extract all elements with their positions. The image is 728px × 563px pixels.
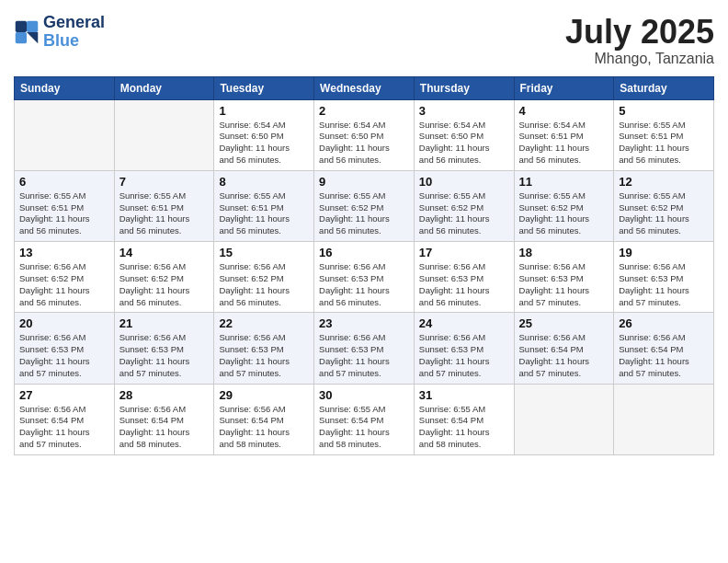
calendar-header-row: Sunday Monday Tuesday Wednesday Thursday… bbox=[15, 76, 714, 99]
day-info: Sunrise: 6:55 AM Sunset: 6:51 PM Dayligh… bbox=[119, 190, 210, 237]
table-row: 12Sunrise: 6:55 AM Sunset: 6:52 PM Dayli… bbox=[614, 170, 714, 241]
day-number: 27 bbox=[19, 388, 109, 402]
day-number: 29 bbox=[219, 388, 309, 402]
day-number: 17 bbox=[419, 246, 509, 259]
table-row: 3Sunrise: 6:54 AM Sunset: 6:50 PM Daylig… bbox=[414, 99, 514, 170]
day-number: 7 bbox=[119, 175, 210, 189]
table-row: 8Sunrise: 6:55 AM Sunset: 6:51 PM Daylig… bbox=[214, 170, 314, 241]
logo: General Blue bbox=[14, 14, 105, 51]
day-info: Sunrise: 6:56 AM Sunset: 6:53 PM Dayligh… bbox=[419, 332, 509, 379]
day-info: Sunrise: 6:56 AM Sunset: 6:52 PM Dayligh… bbox=[119, 261, 210, 308]
table-row: 23Sunrise: 6:56 AM Sunset: 6:53 PM Dayli… bbox=[314, 313, 415, 384]
logo-text: General Blue bbox=[43, 14, 105, 51]
table-row: 28Sunrise: 6:56 AM Sunset: 6:54 PM Dayli… bbox=[114, 384, 214, 454]
day-info: Sunrise: 6:56 AM Sunset: 6:54 PM Dayligh… bbox=[119, 404, 210, 451]
day-info: Sunrise: 6:56 AM Sunset: 6:53 PM Dayligh… bbox=[219, 332, 309, 379]
col-monday: Monday bbox=[114, 76, 214, 99]
page: General Blue July 2025 Mhango, Tanzania … bbox=[0, 0, 728, 563]
table-row: 1Sunrise: 6:54 AM Sunset: 6:50 PM Daylig… bbox=[214, 99, 314, 170]
day-number: 4 bbox=[519, 104, 609, 118]
col-thursday: Thursday bbox=[414, 76, 514, 99]
logo-line1: General bbox=[43, 14, 105, 32]
table-row: 11Sunrise: 6:55 AM Sunset: 6:52 PM Dayli… bbox=[514, 170, 614, 241]
day-number: 28 bbox=[119, 388, 210, 402]
table-row: 18Sunrise: 6:56 AM Sunset: 6:53 PM Dayli… bbox=[514, 242, 614, 313]
day-number: 5 bbox=[619, 104, 709, 118]
day-number: 15 bbox=[219, 246, 309, 259]
day-info: Sunrise: 6:55 AM Sunset: 6:54 PM Dayligh… bbox=[319, 404, 409, 451]
col-tuesday: Tuesday bbox=[214, 76, 314, 99]
table-row: 4Sunrise: 6:54 AM Sunset: 6:51 PM Daylig… bbox=[514, 99, 614, 170]
table-row bbox=[114, 99, 214, 170]
table-row: 17Sunrise: 6:56 AM Sunset: 6:53 PM Dayli… bbox=[414, 242, 514, 313]
logo-icon bbox=[14, 19, 40, 45]
title-section: July 2025 Mhango, Tanzania bbox=[565, 14, 714, 67]
day-number: 1 bbox=[219, 104, 309, 118]
day-info: Sunrise: 6:54 AM Sunset: 6:50 PM Dayligh… bbox=[219, 120, 309, 167]
day-number: 22 bbox=[219, 316, 309, 330]
table-row: 7Sunrise: 6:55 AM Sunset: 6:51 PM Daylig… bbox=[114, 170, 214, 241]
day-info: Sunrise: 6:55 AM Sunset: 6:52 PM Dayligh… bbox=[319, 190, 409, 237]
table-row: 29Sunrise: 6:56 AM Sunset: 6:54 PM Dayli… bbox=[214, 384, 314, 454]
day-number: 6 bbox=[19, 175, 109, 189]
table-row: 2Sunrise: 6:54 AM Sunset: 6:50 PM Daylig… bbox=[314, 99, 415, 170]
day-info: Sunrise: 6:55 AM Sunset: 6:51 PM Dayligh… bbox=[219, 190, 309, 237]
day-info: Sunrise: 6:55 AM Sunset: 6:52 PM Dayligh… bbox=[419, 190, 509, 237]
table-row: 15Sunrise: 6:56 AM Sunset: 6:52 PM Dayli… bbox=[214, 242, 314, 313]
day-info: Sunrise: 6:54 AM Sunset: 6:51 PM Dayligh… bbox=[519, 120, 609, 167]
calendar-week-row: 13Sunrise: 6:56 AM Sunset: 6:52 PM Dayli… bbox=[15, 242, 714, 313]
day-number: 25 bbox=[519, 316, 609, 330]
col-saturday: Saturday bbox=[614, 76, 714, 99]
day-number: 11 bbox=[519, 175, 609, 189]
day-info: Sunrise: 6:56 AM Sunset: 6:54 PM Dayligh… bbox=[619, 332, 709, 379]
table-row: 30Sunrise: 6:55 AM Sunset: 6:54 PM Dayli… bbox=[314, 384, 415, 454]
table-row bbox=[614, 384, 714, 454]
day-number: 2 bbox=[319, 104, 409, 118]
day-number: 23 bbox=[319, 316, 409, 330]
svg-rect-1 bbox=[27, 21, 38, 32]
table-row: 21Sunrise: 6:56 AM Sunset: 6:53 PM Dayli… bbox=[114, 313, 214, 384]
day-info: Sunrise: 6:55 AM Sunset: 6:51 PM Dayligh… bbox=[19, 190, 109, 237]
day-info: Sunrise: 6:55 AM Sunset: 6:51 PM Dayligh… bbox=[619, 120, 709, 167]
day-info: Sunrise: 6:56 AM Sunset: 6:54 PM Dayligh… bbox=[519, 332, 609, 379]
col-sunday: Sunday bbox=[15, 76, 115, 99]
calendar-week-row: 27Sunrise: 6:56 AM Sunset: 6:54 PM Dayli… bbox=[15, 384, 714, 454]
day-info: Sunrise: 6:56 AM Sunset: 6:53 PM Dayligh… bbox=[519, 261, 609, 308]
day-info: Sunrise: 6:55 AM Sunset: 6:54 PM Dayligh… bbox=[419, 404, 509, 451]
day-info: Sunrise: 6:55 AM Sunset: 6:52 PM Dayligh… bbox=[519, 190, 609, 237]
day-number: 13 bbox=[19, 246, 109, 259]
day-info: Sunrise: 6:56 AM Sunset: 6:53 PM Dayligh… bbox=[319, 332, 409, 379]
day-info: Sunrise: 6:55 AM Sunset: 6:52 PM Dayligh… bbox=[619, 190, 709, 237]
calendar-week-row: 20Sunrise: 6:56 AM Sunset: 6:53 PM Dayli… bbox=[15, 313, 714, 384]
day-info: Sunrise: 6:56 AM Sunset: 6:53 PM Dayligh… bbox=[19, 332, 109, 379]
day-number: 18 bbox=[519, 246, 609, 259]
logo-line2: Blue bbox=[43, 32, 105, 51]
day-info: Sunrise: 6:56 AM Sunset: 6:52 PM Dayligh… bbox=[219, 261, 309, 308]
table-row: 6Sunrise: 6:55 AM Sunset: 6:51 PM Daylig… bbox=[15, 170, 115, 241]
calendar-table: Sunday Monday Tuesday Wednesday Thursday… bbox=[14, 76, 714, 455]
day-number: 20 bbox=[19, 316, 109, 330]
day-number: 16 bbox=[319, 246, 409, 259]
table-row: 19Sunrise: 6:56 AM Sunset: 6:53 PM Dayli… bbox=[614, 242, 714, 313]
month-title: July 2025 bbox=[565, 14, 714, 51]
day-info: Sunrise: 6:56 AM Sunset: 6:54 PM Dayligh… bbox=[19, 404, 109, 451]
table-row: 25Sunrise: 6:56 AM Sunset: 6:54 PM Dayli… bbox=[514, 313, 614, 384]
day-info: Sunrise: 6:56 AM Sunset: 6:52 PM Dayligh… bbox=[19, 261, 109, 308]
day-info: Sunrise: 6:56 AM Sunset: 6:53 PM Dayligh… bbox=[119, 332, 210, 379]
day-number: 21 bbox=[119, 316, 210, 330]
table-row: 26Sunrise: 6:56 AM Sunset: 6:54 PM Dayli… bbox=[614, 313, 714, 384]
svg-rect-2 bbox=[16, 32, 27, 43]
day-number: 14 bbox=[119, 246, 210, 259]
col-friday: Friday bbox=[514, 76, 614, 99]
location-title: Mhango, Tanzania bbox=[565, 51, 714, 67]
day-info: Sunrise: 6:56 AM Sunset: 6:53 PM Dayligh… bbox=[619, 261, 709, 308]
day-number: 30 bbox=[319, 388, 409, 402]
table-row: 16Sunrise: 6:56 AM Sunset: 6:53 PM Dayli… bbox=[314, 242, 415, 313]
calendar-week-row: 1Sunrise: 6:54 AM Sunset: 6:50 PM Daylig… bbox=[15, 99, 714, 170]
svg-marker-3 bbox=[27, 32, 38, 43]
table-row bbox=[15, 99, 115, 170]
table-row: 20Sunrise: 6:56 AM Sunset: 6:53 PM Dayli… bbox=[15, 313, 115, 384]
day-number: 24 bbox=[419, 316, 509, 330]
col-wednesday: Wednesday bbox=[314, 76, 415, 99]
header: General Blue July 2025 Mhango, Tanzania bbox=[14, 14, 714, 67]
